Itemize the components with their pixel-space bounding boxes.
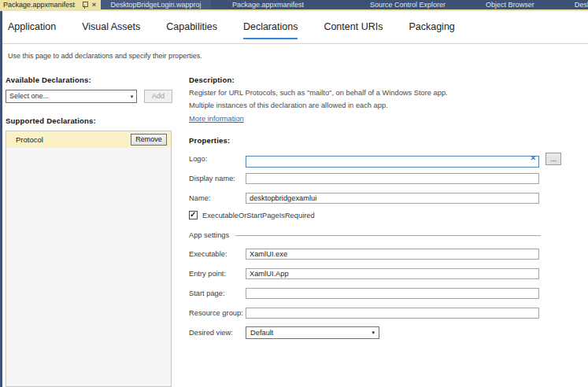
description-heading: Description: [189,76,575,84]
doc-tab-source-control-explorer[interactable]: Source Control Explorer [349,0,467,9]
executable-required-row: ExecutableOrStartPageIsRequired [189,210,575,220]
logo-field-row: Logo: ... [189,153,575,164]
doc-tab-object-browser[interactable]: Object Browser [467,0,553,9]
active-tab-underline [0,9,588,11]
executable-field-row: Executable: [189,248,575,260]
resource-group-field-row: Resource group: [189,307,575,319]
close-icon[interactable] [91,0,98,9]
doc-tab-label: Package.appxmanifest [232,1,304,9]
executable-required-checkbox[interactable] [189,211,198,219]
available-declarations-label: Available Declarations: [6,76,172,84]
desired-view-dropdown[interactable]: Default [246,326,379,339]
properties-heading: Properties: [189,136,575,145]
doc-tab-package-appxmanifest-active[interactable]: Package.appxmanifest [0,0,101,9]
logo-input-wrap [246,153,539,164]
available-declarations-dropdown[interactable]: Select one... [6,90,137,103]
dropdown-selected-value: Select one... [9,92,49,100]
more-information-link[interactable]: More information [189,115,244,123]
app-settings-group: App settings [189,230,541,240]
remove-button[interactable]: Remove [131,134,167,146]
doc-tab-package-appxmanifest-2[interactable]: Package.appxmanifest [211,0,325,9]
manifest-nav-tabs: Application Visual Assets Capabilities D… [8,21,455,39]
logo-input[interactable] [246,156,539,168]
tab-capabilities[interactable]: Capabilities [166,21,217,39]
declaration-detail-panel: Description: Register for URL Protocols,… [189,76,575,338]
executable-label: Executable: [189,250,246,258]
doc-tab-label: Object Browser [486,1,534,9]
tab-declarations[interactable]: Declarations [243,21,298,39]
app-settings-group-label: App settings [189,231,229,239]
start-page-input[interactable] [246,288,539,299]
browse-ellipsis-button[interactable]: ... [545,153,561,165]
tab-packaging[interactable]: Packaging [409,21,454,39]
pin-icon[interactable] [82,2,88,9]
chevron-down-icon [372,327,375,338]
logo-label: Logo: [189,155,246,163]
doc-tab-desktopuwp[interactable]: DesktopUWP [553,0,588,9]
name-field-row: Name: [189,192,575,204]
doc-tab-label: DesktopBridgeLogin.wapproj [110,1,201,9]
list-item-protocol[interactable]: Protocol Remove [6,131,171,148]
desired-view-label: Desired view: [189,329,246,337]
declarations-left-panel: Available Declarations: Select one... Ad… [6,76,172,387]
window-left-border [0,0,2,387]
display-name-input[interactable] [246,173,539,184]
entry-point-input[interactable] [246,268,539,279]
display-name-field-row: Display name: [189,172,575,184]
tab-visual-assets[interactable]: Visual Assets [82,21,140,39]
clear-x-icon[interactable] [530,153,536,164]
executable-input[interactable] [246,249,539,260]
desired-view-value: Default [250,329,273,337]
doc-tab-label: Source Control Explorer [370,1,446,9]
declaration-name: Protocol [6,135,131,144]
name-input[interactable] [246,193,539,204]
desired-view-field-row: Desired view: Default [189,326,575,338]
entry-point-label: Entry point: [189,270,246,278]
tab-application[interactable]: Application [8,21,56,39]
resource-group-input[interactable] [246,308,539,319]
nav-separator-line [2,43,588,44]
name-label: Name: [189,194,246,202]
supported-declarations-label: Supported Declarations: [6,116,172,125]
start-page-field-row: Start page: [189,287,575,299]
group-divider-line [235,235,541,236]
doc-tab-label: DesktopUWP [575,1,588,9]
resource-group-label: Resource group: [189,309,246,317]
description-line-1: Register for URL Protocols, such as "mai… [189,89,575,97]
chevron-down-icon [131,90,134,102]
document-tab-strip: Package.appxmanifest DesktopBridgeLogin.… [0,0,588,9]
start-page-label: Start page: [189,289,246,297]
available-declarations-row: Select one... Add [6,90,172,103]
display-name-label: Display name: [189,175,246,182]
page-intro-text: Use this page to add declarations and sp… [8,52,202,60]
tab-content-uris[interactable]: Content URIs [324,21,383,39]
add-button[interactable]: Add [144,90,172,103]
doc-tab-desktopbridgelogin[interactable]: DesktopBridgeLogin.wapproj [101,0,211,9]
executable-required-label: ExecutableOrStartPageIsRequired [202,212,315,219]
description-line-2: Multiple instances of this declaration a… [189,101,575,109]
supported-declarations-list: Protocol Remove [6,131,172,387]
entry-point-field-row: Entry point: [189,267,575,279]
doc-tab-label: Package.appxmanifest [3,1,80,9]
